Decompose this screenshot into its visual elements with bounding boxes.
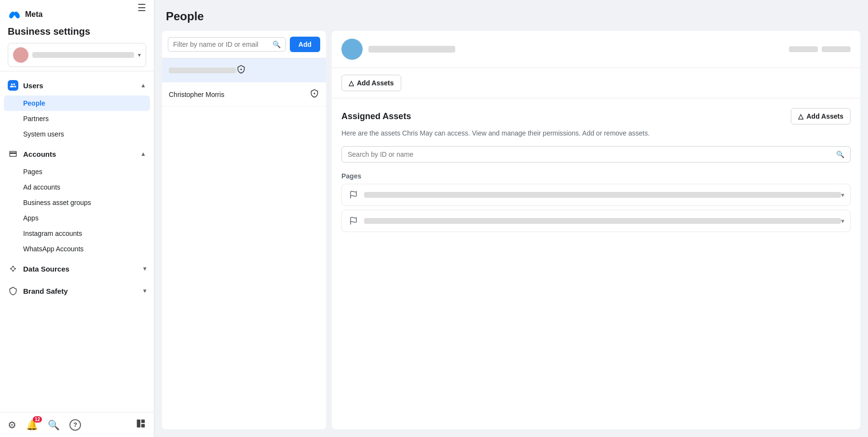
nav-section-accounts: Accounts ▲ Pages Ad accounts Business as… [0,144,154,257]
user-detail-body: Assigned Assets △ Add Assets Here are th… [332,98,860,429]
sidebar-item-pages[interactable]: Pages [0,164,154,179]
business-settings-title: Business settings [8,26,146,37]
page-chevron-icon: ▾ [841,191,844,199]
nav-section-users: Users ▲ People Partners System users [0,75,154,142]
person-name-blur [169,68,236,73]
nav-section-data-sources: Data Sources ▾ [0,259,154,279]
data-sources-label: Data Sources [23,265,69,273]
account-name [32,52,134,58]
admin-shield-icon [310,88,319,100]
sidebar-item-apps[interactable]: Apps [0,210,154,226]
user-avatar [341,39,363,60]
notification-badge: 12 [33,416,42,423]
asset-item[interactable]: ▾ [341,210,851,232]
nav-section-brand-safety: Brand Safety ▾ [0,281,154,301]
asset-item[interactable]: ▾ [341,184,851,206]
svg-line-5 [14,267,15,268]
search-icon[interactable]: 🔍 [48,419,60,431]
sidebar-item-instagram-accounts[interactable]: Instagram accounts [0,226,154,241]
add-assets-icon: △ [798,112,803,120]
svg-point-11 [240,68,242,70]
add-assets-bar: △ Add Assets [332,68,860,98]
people-list-panel: 🔍 Add Christopher Morris [162,31,326,429]
meta-logo-text: Meta [25,10,42,19]
sidebar-item-people[interactable]: People [4,96,150,111]
account-selector[interactable]: ▾ [8,43,146,67]
add-assets-header-button[interactable]: △ Add Assets [341,75,401,91]
data-sources-icon [8,263,18,274]
user-detail-header [332,31,860,68]
brand-safety-icon [8,286,18,296]
svg-rect-10 [141,424,145,427]
page-header: People [154,0,868,31]
assigned-assets-section: Assigned Assets △ Add Assets Here are th… [341,108,851,232]
sidebar-nav: Users ▲ People Partners System users Acc… [0,71,154,412]
data-sources-chevron-icon: ▾ [143,265,146,272]
pages-section-label: Pages [341,172,851,180]
add-assets-header-icon: △ [349,79,354,87]
assets-search-input[interactable] [348,150,832,158]
notifications-icon[interactable]: 🔔 12 [26,419,38,431]
sidebar-footer: ⚙ 🔔 12 🔍 ? [0,412,154,437]
header-action-blur-2 [822,46,851,52]
add-assets-header-label: Add Assets [357,79,394,87]
add-button[interactable]: Add [290,37,320,52]
list-item[interactable]: Christopher Morris [162,82,326,107]
search-input[interactable] [173,41,270,48]
avatar [13,47,28,63]
header-actions [789,46,851,52]
sidebar-item-users[interactable]: Users ▲ [0,75,154,96]
sidebar: Meta ☰ Business settings ▾ Users ▲ Peopl… [0,0,154,437]
content-panels: 🔍 Add Christopher Morris [154,31,868,437]
meta-logo: Meta ☰ [8,8,146,21]
sidebar-item-ad-accounts[interactable]: Ad accounts [0,179,154,195]
chevron-down-icon: ▾ [138,52,141,58]
users-chevron-icon: ▲ [140,82,146,89]
brand-safety-label: Brand Safety [23,287,68,295]
assets-search-icon: 🔍 [836,150,844,158]
svg-line-4 [12,267,13,268]
sidebar-item-accounts[interactable]: Accounts ▲ [0,144,154,164]
main-content: People 🔍 Add [154,0,868,437]
panel-icon[interactable] [136,418,146,431]
settings-icon[interactable]: ⚙ [8,419,16,431]
sidebar-item-partners[interactable]: Partners [0,111,154,126]
assigned-assets-description: Here are the assets Chris May can access… [341,128,851,138]
accounts-icon [8,149,18,159]
list-item[interactable] [162,58,326,82]
page-flag-icon [348,189,359,201]
sidebar-item-business-asset-groups[interactable]: Business asset groups [0,195,154,210]
sidebar-item-brand-safety[interactable]: Brand Safety ▾ [0,281,154,301]
admin-shield-icon [236,64,246,76]
svg-line-7 [12,269,13,271]
users-label: Users [23,82,43,90]
users-sub-items: People Partners System users [0,96,154,142]
assets-search: 🔍 [341,146,851,163]
person-name: Christopher Morris [169,91,310,98]
user-name [368,46,455,53]
page-chevron-icon: ▾ [841,217,844,225]
user-detail-panel: △ Add Assets Assigned Assets △ Add Asset… [332,31,860,429]
sidebar-item-system-users[interactable]: System users [0,126,154,142]
accounts-sub-items: Pages Ad accounts Business asset groups … [0,164,154,257]
hamburger-button[interactable]: ☰ [137,2,146,14]
help-icon[interactable]: ? [69,419,81,431]
page-name [364,218,841,224]
sidebar-header: Meta ☰ Business settings ▾ [0,0,154,71]
svg-rect-8 [137,420,140,428]
add-assets-label: Add Assets [806,112,843,120]
svg-line-6 [14,269,15,271]
sidebar-item-data-sources[interactable]: Data Sources ▾ [0,259,154,279]
people-search-bar: 🔍 Add [162,31,326,58]
search-input-wrapper: 🔍 [168,37,286,52]
sidebar-item-whatsapp-accounts[interactable]: WhatsApp Accounts [0,241,154,257]
accounts-chevron-icon: ▲ [140,150,146,157]
svg-rect-9 [141,420,145,423]
search-icon: 🔍 [272,41,281,48]
assigned-assets-title: Assigned Assets [341,111,791,122]
svg-point-12 [313,93,315,94]
assigned-assets-header: Assigned Assets △ Add Assets [341,108,851,124]
users-icon [8,80,18,91]
accounts-label: Accounts [23,150,56,158]
add-assets-button[interactable]: △ Add Assets [791,108,851,124]
